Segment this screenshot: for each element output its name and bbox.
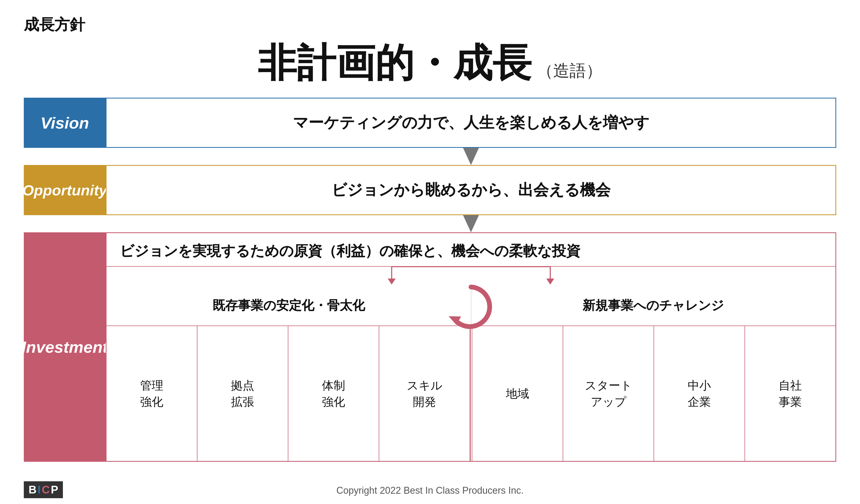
svg-marker-1 (463, 215, 479, 232)
arrow-vision-to-opportunity (24, 148, 836, 165)
investment-top-text: ビジョンを実現するための原資（利益）の確保と、機会への柔軟な投資 (106, 233, 835, 267)
opportunity-row: Opportunity ビジョンから眺めるから、出会える機会 (24, 165, 836, 215)
svg-marker-5 (546, 279, 554, 285)
sub-items-row: 管理強化 拠点拡張 体制強化 スキル開発 地域 スタートアップ 中小企業 自社事… (106, 326, 835, 461)
sub-item-chiiki: 地域 (472, 326, 563, 461)
sub-item-skill: スキル開発 (379, 326, 470, 461)
vision-content: マーケティングの力で、人生を楽しめる人を増やす (106, 98, 836, 148)
sub-items-divider (470, 326, 472, 461)
sub-item-kanri: 管理強化 (106, 326, 198, 461)
challenge-cell: 新規事業へのチャレンジ (471, 285, 836, 326)
opportunity-label: Opportunity (24, 165, 106, 215)
investment-row: Investment ビジョンを実現するための原資（利益）の確保と、機会への柔軟… (24, 232, 836, 462)
main-heading-sub: （造語） (537, 60, 602, 82)
footer-copyright: Copyright 2022 Best In Class Producers I… (336, 485, 524, 496)
opportunity-content: ビジョンから眺めるから、出会える機会 (106, 165, 836, 215)
stabilize-cell: 既存事業の安定化・骨太化 (106, 285, 471, 326)
investment-right: ビジョンを実現するための原資（利益）の確保と、機会への柔軟な投資 (106, 232, 836, 462)
footer: Copyright 2022 Best In Class Producers I… (0, 485, 860, 496)
investment-label: Investment (24, 232, 106, 462)
vision-label: Vision (24, 98, 106, 148)
sub-item-jisha: 自社事業 (745, 326, 835, 461)
page-title: 成長方針 (24, 15, 85, 35)
stabilize-challenge-row: 既存事業の安定化・骨太化 新規事業へのチャレンジ (106, 285, 835, 326)
svg-marker-3 (388, 279, 396, 285)
sub-item-taisei: 体制強化 (288, 326, 379, 461)
main-heading: 非計画的・成長 （造語） (0, 37, 860, 90)
sub-item-chusho: 中小企業 (654, 326, 745, 461)
investment-sub-rows: 既存事業の安定化・骨太化 新規事業へのチャレンジ (106, 285, 835, 461)
svg-marker-0 (463, 148, 479, 165)
sub-item-startup: スタートアップ (563, 326, 654, 461)
circular-arrow-icon (445, 279, 497, 332)
vision-row: Vision マーケティングの力で、人生を楽しめる人を増やす (24, 98, 836, 148)
sub-item-kyoten: 拠点拡張 (198, 326, 288, 461)
main-heading-text: 非計画的・成長 (258, 37, 531, 90)
diagram: Vision マーケティングの力で、人生を楽しめる人を増やす Opportuni… (24, 98, 836, 462)
arrow-opportunity-to-investment (24, 215, 836, 232)
